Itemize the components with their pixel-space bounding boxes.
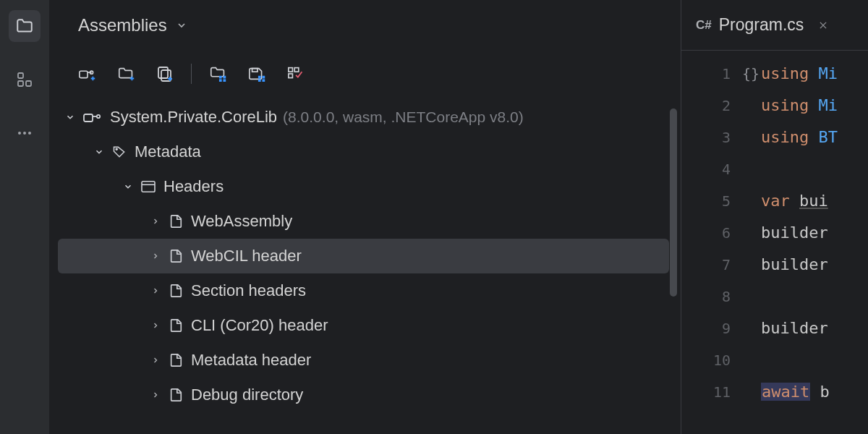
svg-point-23 xyxy=(97,115,100,118)
folder-icon xyxy=(15,17,34,35)
chevron-right-icon xyxy=(149,286,162,295)
svg-rect-21 xyxy=(289,74,293,78)
chevron-right-icon xyxy=(149,252,162,260)
file-icon xyxy=(168,388,184,402)
fold-gutter: {} xyxy=(741,51,761,434)
svg-rect-15 xyxy=(258,76,261,79)
line-number: 9 xyxy=(722,312,731,344)
line-number: 6 xyxy=(722,217,731,249)
code-line: using Mi xyxy=(761,58,868,90)
panel-toolbar xyxy=(49,51,681,97)
breakpoint-gutter[interactable] xyxy=(681,51,696,434)
metadata-label: Metadata xyxy=(135,142,201,161)
svg-rect-13 xyxy=(224,79,226,82)
tree-node-headers[interactable]: Headers xyxy=(58,169,669,204)
toolbar-add-assembly[interactable] xyxy=(78,66,97,82)
activity-structure[interactable] xyxy=(9,64,41,95)
line-number: 1 xyxy=(722,58,731,90)
svg-rect-22 xyxy=(84,114,93,122)
header-item-label: WebAssembly xyxy=(191,212,292,231)
code-line: builder xyxy=(761,217,868,249)
code-line: using Mi xyxy=(761,90,868,122)
code-line: var bui xyxy=(761,185,868,217)
toolbar-open-from[interactable] xyxy=(156,66,174,82)
svg-rect-25 xyxy=(142,182,155,192)
tree-node-metadata[interactable]: Metadata xyxy=(58,135,669,169)
editor-tab[interactable]: C# Program.cs xyxy=(696,15,828,35)
svg-point-5 xyxy=(28,132,31,135)
line-number: 7 xyxy=(722,249,731,281)
svg-point-4 xyxy=(23,132,26,135)
stack-add-icon xyxy=(156,66,174,82)
chevron-right-icon xyxy=(149,391,162,399)
tree-node-header-item[interactable]: CLI (Cor20) header xyxy=(58,308,669,343)
panel-header[interactable]: Assemblies xyxy=(49,0,681,51)
code-line: await b xyxy=(761,376,868,408)
svg-rect-14 xyxy=(252,69,258,72)
activity-bar xyxy=(0,0,49,434)
save-grid-icon xyxy=(248,66,267,82)
tab-filename: Program.cs xyxy=(719,15,804,35)
scrollbar-thumb[interactable] xyxy=(670,109,677,297)
code-line xyxy=(761,153,868,185)
chevron-right-icon xyxy=(149,321,162,330)
svg-rect-18 xyxy=(263,79,265,82)
code-line: builder xyxy=(761,312,868,344)
assembly-meta: (8.0.0.0, wasm, .NETCoreApp v8.0) xyxy=(283,109,524,126)
close-icon[interactable] xyxy=(818,20,828,30)
tag-icon xyxy=(111,145,127,159)
line-number: 3 xyxy=(722,122,731,153)
line-number: 11 xyxy=(713,376,731,408)
chevron-down-icon xyxy=(176,20,187,31)
code-line xyxy=(761,344,868,376)
activity-explorer[interactable] xyxy=(9,10,41,42)
svg-rect-20 xyxy=(294,68,299,72)
tree-node-assembly[interactable]: System.Private.CoreLib (8.0.0.0, wasm, .… xyxy=(58,100,669,135)
toolbar-add-folder[interactable] xyxy=(117,66,136,82)
code-line: builder xyxy=(761,249,868,281)
header-item-label: WebCIL header xyxy=(191,247,302,265)
chevron-down-icon xyxy=(122,182,135,192)
assemblies-panel: Assemblies xyxy=(49,0,681,434)
assembly-tree: System.Private.CoreLib (8.0.0.0, wasm, .… xyxy=(49,97,681,412)
chevron-down-icon xyxy=(64,112,77,122)
csharp-icon: C# xyxy=(696,18,712,33)
chevron-right-icon xyxy=(149,217,162,226)
toolbar-expand-folder[interactable] xyxy=(209,66,228,82)
editor-tab-bar: C# Program.cs xyxy=(681,0,868,51)
file-icon xyxy=(168,249,184,263)
toolbar-analyze[interactable] xyxy=(287,66,306,82)
panel-title: Assemblies xyxy=(78,15,167,35)
folder-grid-icon xyxy=(209,66,228,82)
line-number: 2 xyxy=(722,90,731,122)
line-number-gutter: 1234567891011 xyxy=(696,51,741,434)
activity-more[interactable] xyxy=(9,117,41,149)
tree-node-header-item[interactable]: Metadata header xyxy=(58,343,669,378)
code-area[interactable]: 1234567891011 {} using Miusing Miusing B… xyxy=(681,51,868,434)
blocks-icon xyxy=(16,71,33,88)
svg-rect-0 xyxy=(18,73,23,78)
tree-node-header-item[interactable]: WebAssembly xyxy=(58,204,669,239)
more-horizontal-icon xyxy=(16,124,33,142)
tree-node-header-item[interactable]: WebCIL header xyxy=(58,239,669,273)
svg-rect-6 xyxy=(80,71,88,77)
header-item-label: CLI (Cor20) header xyxy=(191,316,328,335)
svg-rect-11 xyxy=(224,76,226,79)
line-number: 8 xyxy=(722,281,731,312)
svg-rect-17 xyxy=(258,79,261,82)
tree-node-header-item[interactable]: Section headers xyxy=(58,273,669,308)
line-number: 5 xyxy=(722,185,731,217)
toolbar-save-layout[interactable] xyxy=(248,66,267,82)
tree-scrollbar[interactable] xyxy=(668,109,678,412)
folder-add-icon xyxy=(117,66,136,82)
assembly-icon xyxy=(82,110,103,124)
code-content[interactable]: using Miusing Miusing BTvar buibuilderbu… xyxy=(761,51,868,434)
svg-rect-19 xyxy=(289,68,293,72)
chevron-down-icon xyxy=(93,147,106,157)
line-number: 4 xyxy=(722,153,731,185)
grid-check-icon xyxy=(287,66,306,82)
headers-label: Headers xyxy=(163,177,224,196)
tree-node-header-item[interactable]: Debug directory xyxy=(58,378,669,412)
chevron-right-icon xyxy=(149,356,162,365)
svg-rect-16 xyxy=(263,76,265,79)
